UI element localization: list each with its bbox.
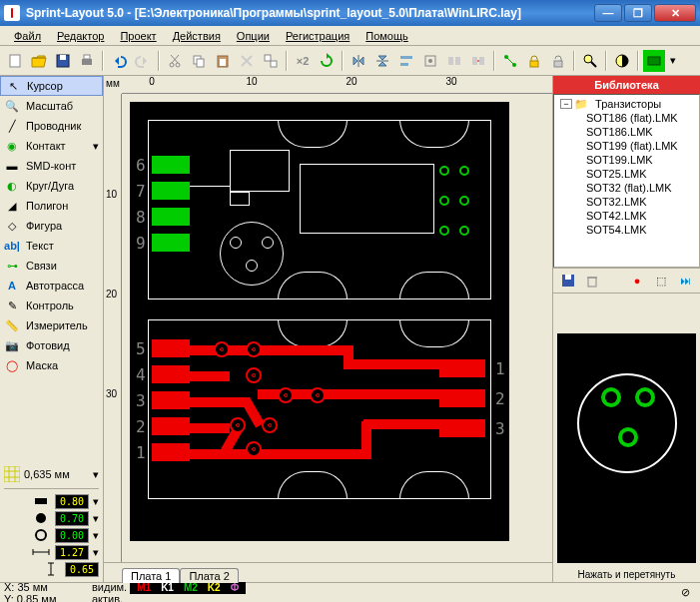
grid-row[interactable]: 0,635 мм ▾ [4,464,99,484]
chevron-down-icon: ▾ [93,529,99,542]
menu-options[interactable]: Опции [229,28,278,44]
tool-arc[interactable]: ◐Круг/Дуга [0,176,103,196]
menu-project[interactable]: Проект [112,28,164,44]
zoom-tool-icon[interactable] [579,50,601,72]
minimize-button[interactable]: — [594,4,622,22]
mask-icon: ◯ [4,357,20,373]
menu-actions[interactable]: Действия [165,28,229,44]
zoom-2x-button[interactable]: ×2 [292,50,314,72]
tool-track[interactable]: ╱Проводник [0,116,103,136]
cut-icon[interactable] [164,50,186,72]
tool-link[interactable]: ⊶Связи [0,256,103,276]
dim-w-icon [31,545,51,559]
new-icon[interactable] [4,50,26,72]
tree-item[interactable]: SOT186.LMK [556,125,697,139]
close-button[interactable]: ✕ [654,4,696,22]
rotate-icon[interactable] [316,50,338,72]
tool-smd[interactable]: ▬SMD-конт [0,156,103,176]
paste-icon[interactable] [212,50,234,72]
menu-registration[interactable]: Регистрация [278,28,357,44]
lib-next-icon[interactable]: ⏭ [674,270,696,292]
redo-icon[interactable] [132,50,154,72]
val-row[interactable]: 0.80▾ [4,493,99,509]
delete-icon[interactable] [236,50,258,72]
tool-mask[interactable]: ◯Маска [0,355,103,375]
tool-label: Фигура [26,220,62,232]
duplicate-icon[interactable] [260,50,282,72]
canvas-area: мм 0 10 20 30 10 20 30 [104,76,552,582]
align-icon[interactable] [395,50,417,72]
tab-board-2[interactable]: Плата 2 [180,568,238,583]
svg-rect-18 [455,57,460,65]
mirror-v-icon[interactable] [371,50,393,72]
snap-icon[interactable] [419,50,441,72]
tree-item[interactable]: SOT199 (flat).LMK [556,139,697,153]
lib-layers-icon[interactable]: ⬚ [650,270,672,292]
tool-measure[interactable]: 📏Измеритель [0,315,103,335]
tool-contact[interactable]: ◉Контакт▾ [0,136,103,156]
tab-board-1[interactable]: Плата 1 [122,568,180,583]
val-row[interactable]: 0.65 [4,561,99,577]
tool-label: SMD-конт [26,160,76,172]
toolbar: ×2 ▾ [0,46,700,76]
menu-file[interactable]: Файл [6,28,49,44]
undo-icon[interactable] [108,50,130,72]
group-icon[interactable] [443,50,465,72]
connections-icon[interactable] [499,50,521,72]
ungroup-icon[interactable] [467,50,489,72]
tool-cursor[interactable]: ↖Курсор [0,76,103,96]
component-preview[interactable] [557,333,696,563]
library-tree[interactable]: −📁 Транзисторы SOT186 (flat).LMK SOT186.… [553,94,700,268]
lock-icon[interactable] [523,50,545,72]
autoroute-icon: A [4,278,20,294]
tree-item[interactable]: SOT42.LMK [556,209,697,223]
chevron-down-icon: ▾ [93,512,99,525]
tool-text[interactable]: ab|Текст [0,236,103,256]
canvas[interactable]: 6 7 8 9 [122,94,552,562]
tool-label: Маска [26,359,58,371]
scanner-icon[interactable] [643,50,665,72]
tree-item[interactable]: SOT25.LMK [556,167,697,181]
tree-item[interactable]: SOT186 (flat).LMK [556,111,697,125]
tool-zoom[interactable]: 🔍Масштаб [0,96,103,116]
tree-item[interactable]: SOT32 (flat).LMK [556,181,697,195]
tree-item[interactable]: SOT199.LMK [556,153,697,167]
lib-save-icon[interactable] [557,270,579,292]
ruler-unit: мм [106,78,120,89]
tree-root[interactable]: −📁 Транзисторы [556,97,697,111]
status-coords: X: 35 мм Y: 0,85 мм [4,581,84,603]
status-indicator-icon[interactable]: ⊘ [674,582,696,603]
open-icon[interactable] [28,50,50,72]
save-icon[interactable] [52,50,74,72]
tool-polygon[interactable]: ◢Полигон [0,196,103,216]
unlock-icon[interactable] [547,50,569,72]
tool-label: Полигон [26,200,68,212]
tool-drc[interactable]: ✎Контроль [0,296,103,315]
contrast-icon[interactable] [611,50,633,72]
collapse-icon[interactable]: − [560,99,572,109]
svg-point-38 [36,530,46,540]
print-icon[interactable] [76,50,98,72]
val-row[interactable]: 0.00▾ [4,527,99,543]
svg-rect-14 [400,63,408,66]
tool-autoroute[interactable]: AАвтотрасса [0,276,103,296]
window-title: Sprint-Layout 5.0 - [E:\Электроника\Прог… [26,6,594,20]
menu-editor[interactable]: Редактор [49,28,112,44]
tree-item[interactable]: SOT54.LMK [556,223,697,237]
tool-label: Курсор [27,80,63,92]
dropdown-arrow-icon[interactable]: ▾ [667,50,679,72]
tool-label: Контакт [26,140,66,152]
menu-help[interactable]: Помощь [357,28,416,44]
value-box: 0.00 [55,528,89,543]
maximize-button[interactable]: ❐ [624,4,652,22]
contact-icon: ◉ [4,138,20,154]
val-row[interactable]: 1.27▾ [4,544,99,560]
tree-item[interactable]: SOT32.LMK [556,195,697,209]
lib-record-icon[interactable]: ● [626,270,648,292]
lib-delete-icon[interactable] [581,270,603,292]
tool-shape[interactable]: ◇Фигура [0,216,103,236]
copy-icon[interactable] [188,50,210,72]
mirror-h-icon[interactable] [348,50,369,72]
tool-photoview[interactable]: 📷Фотовид [0,335,103,355]
val-row[interactable]: 0.70▾ [4,510,99,526]
